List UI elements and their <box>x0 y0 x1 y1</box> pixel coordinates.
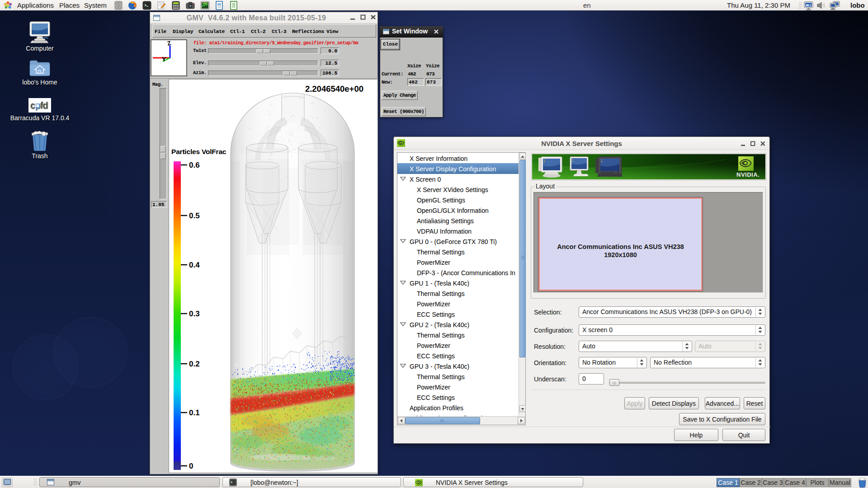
svg-text:0.3: 0.3 <box>189 310 200 318</box>
svg-text:NVIDIA.: NVIDIA. <box>736 171 760 178</box>
svg-text:Particles VolFrac: Particles VolFrac <box>171 148 226 155</box>
svg-text:0: 0 <box>189 462 193 470</box>
svg-text:c: c <box>30 100 35 110</box>
svg-text:2.2046540e+00: 2.2046540e+00 <box>305 84 363 94</box>
svg-text:0.6: 0.6 <box>189 161 200 169</box>
svg-text:fd: fd <box>40 100 48 110</box>
svg-text:Z: Z <box>166 40 171 47</box>
svg-text:0.5: 0.5 <box>189 211 200 220</box>
svg-text:0.4: 0.4 <box>189 261 200 269</box>
svg-text:0.1: 0.1 <box>189 408 200 417</box>
svg-text:Y: Y <box>162 56 166 63</box>
svg-text:0.2: 0.2 <box>189 360 200 368</box>
